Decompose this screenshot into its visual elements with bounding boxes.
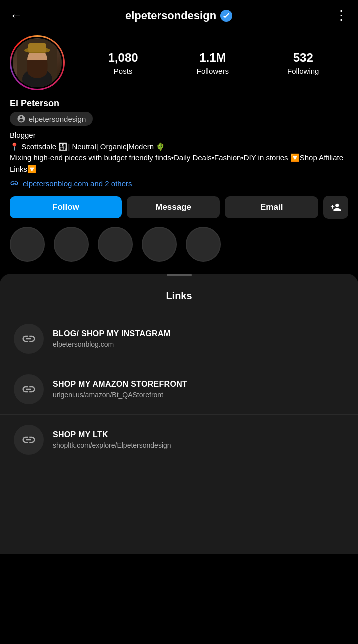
story-circle[interactable] <box>98 227 133 262</box>
following-count: 532 <box>293 51 313 65</box>
bio-link[interactable]: elpetersonblog.com and 2 others <box>10 179 348 188</box>
display-name: El Peterson <box>10 98 348 109</box>
threads-icon <box>17 114 26 123</box>
stat-followers[interactable]: 1.1M Followers <box>197 51 229 75</box>
svg-rect-5 <box>28 43 46 52</box>
follow-button[interactable]: Follow <box>10 196 122 218</box>
story-circle[interactable] <box>54 227 89 262</box>
profile-section: 1,080 Posts 1.1M Followers 532 Following… <box>0 29 358 268</box>
followers-label: Followers <box>197 67 229 75</box>
link-item-blog[interactable]: BLOG/ SHOP MY INSTAGRAM elpetersonblog.c… <box>0 314 358 364</box>
threads-handle[interactable]: elpetersondesign <box>10 112 93 126</box>
threads-handle-text: elpetersondesign <box>29 115 86 123</box>
header-username: elpetersondesign <box>125 9 216 22</box>
avatar-image <box>13 38 62 87</box>
chain-link-icon <box>21 331 36 346</box>
link-title-amazon: SHOP MY AMAZON STOREFRONT <box>53 380 187 389</box>
following-label: Following <box>287 67 319 75</box>
link-icon-wrap <box>14 324 44 354</box>
posts-count: 1,080 <box>108 51 138 65</box>
story-circle[interactable] <box>10 227 45 262</box>
story-circles <box>10 227 348 268</box>
link-url-amazon: urlgeni.us/amazon/Bt_QAStorefront <box>53 391 187 399</box>
link-icon-wrap-amazon <box>14 374 44 404</box>
link-title-blog: BLOG/ SHOP MY INSTAGRAM <box>53 329 170 338</box>
avatar[interactable] <box>10 35 65 90</box>
link-url-ltk: shopltk.com/explore/Elpetersondesign <box>53 441 171 449</box>
stat-posts[interactable]: 1,080 Posts <box>108 51 138 75</box>
message-button[interactable]: Message <box>127 196 220 218</box>
link-item-amazon[interactable]: SHOP MY AMAZON STOREFRONT urlgeni.us/ama… <box>0 364 358 415</box>
link-text-amazon: SHOP MY AMAZON STOREFRONT urlgeni.us/ama… <box>53 380 187 399</box>
posts-label: Posts <box>114 67 133 75</box>
link-item-ltk[interactable]: SHOP MY LTK shopltk.com/explore/Elpeters… <box>0 415 358 465</box>
link-text-blog: BLOG/ SHOP MY INSTAGRAM elpetersonblog.c… <box>53 329 170 348</box>
story-circle[interactable] <box>142 227 177 262</box>
link-icon-wrap-ltk <box>14 425 44 455</box>
action-buttons: Follow Message Email <box>10 196 348 219</box>
link-text-ltk: SHOP MY LTK shopltk.com/explore/Elpeters… <box>53 430 171 449</box>
link-url-blog: elpetersonblog.com <box>53 340 170 348</box>
stat-following[interactable]: 532 Following <box>287 51 319 75</box>
add-person-icon <box>330 202 341 213</box>
profile-top: 1,080 Posts 1.1M Followers 532 Following <box>10 35 348 90</box>
menu-button[interactable]: ⋮ <box>335 8 348 23</box>
followers-count: 1.1M <box>199 51 226 65</box>
bio-link-text: elpetersonblog.com and 2 others <box>23 179 132 188</box>
bio-text: Blogger 📍 Scottsdale 👨‍👩‍👧‍👦| Neutral| O… <box>10 130 348 175</box>
chain-link-icon-3 <box>21 432 36 447</box>
verified-icon <box>220 10 232 22</box>
email-button[interactable]: Email <box>225 196 318 218</box>
link-icon <box>10 179 19 188</box>
header-username-wrap: elpetersondesign <box>125 9 232 22</box>
add-friend-button[interactable] <box>323 196 348 219</box>
link-title-ltk: SHOP MY LTK <box>53 430 171 439</box>
bottom-sheet: Links BLOG/ SHOP MY INSTAGRAM elpeterson… <box>0 274 358 554</box>
bio-section: El Peterson elpetersondesign Blogger 📍 S… <box>10 98 348 188</box>
chain-link-icon-2 <box>21 382 36 397</box>
sheet-title: Links <box>0 276 358 314</box>
story-circle[interactable] <box>186 227 221 262</box>
header: ← elpetersondesign ⋮ <box>0 0 358 29</box>
stats-row: 1,080 Posts 1.1M Followers 532 Following <box>79 51 348 75</box>
back-button[interactable]: ← <box>10 8 23 23</box>
